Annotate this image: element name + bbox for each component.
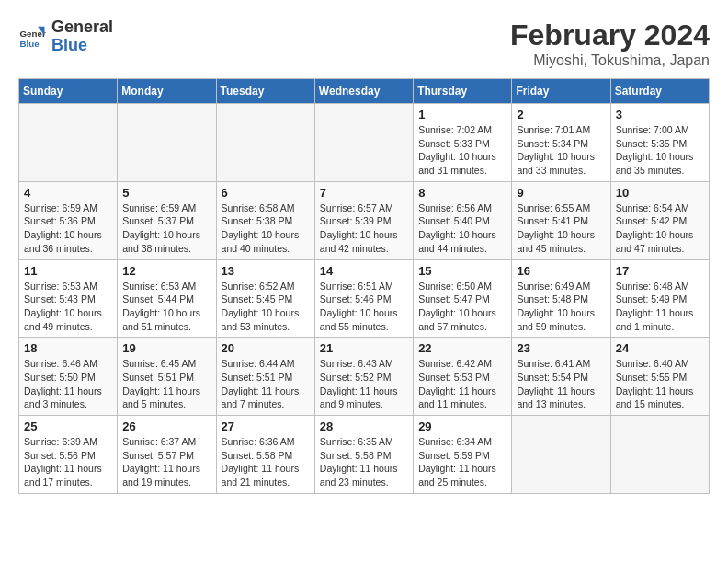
logo-general: General (51, 18, 113, 37)
day-number: 6 (222, 186, 310, 200)
calendar-cell: 29Sunrise: 6:34 AMSunset: 5:59 PMDayligh… (414, 416, 512, 494)
day-number: 27 (222, 419, 310, 433)
day-number: 29 (418, 419, 506, 433)
calendar-cell (118, 104, 216, 182)
calendar-cell (314, 104, 413, 182)
day-info: Sunrise: 6:55 AMSunset: 5:41 PMDaylight:… (517, 201, 605, 256)
calendar-week-4: 25Sunrise: 6:39 AMSunset: 5:56 PMDayligh… (19, 416, 710, 494)
calendar-cell: 2Sunrise: 7:01 AMSunset: 5:34 PMDaylight… (512, 104, 610, 182)
day-info: Sunrise: 6:41 AMSunset: 5:54 PMDaylight:… (517, 357, 605, 411)
day-info: Sunrise: 6:49 AMSunset: 5:48 PMDaylight:… (517, 280, 605, 334)
day-number: 26 (122, 419, 210, 433)
day-number: 5 (122, 186, 210, 200)
calendar-cell: 20Sunrise: 6:44 AMSunset: 5:51 PMDayligh… (216, 338, 314, 416)
day-info: Sunrise: 6:40 AMSunset: 5:55 PMDaylight:… (616, 357, 704, 411)
calendar-cell: 10Sunrise: 6:54 AMSunset: 5:42 PMDayligh… (610, 181, 709, 259)
day-info: Sunrise: 6:54 AMSunset: 5:42 PMDaylight:… (616, 201, 704, 256)
day-info: Sunrise: 6:36 AMSunset: 5:58 PMDaylight:… (222, 435, 310, 489)
calendar-cell: 14Sunrise: 6:51 AMSunset: 5:46 PMDayligh… (314, 259, 413, 338)
calendar-cell: 11Sunrise: 6:53 AMSunset: 5:43 PMDayligh… (19, 259, 118, 338)
calendar-cell (216, 104, 314, 182)
day-info: Sunrise: 6:35 AMSunset: 5:58 PMDaylight:… (320, 435, 408, 489)
calendar-cell: 25Sunrise: 6:39 AMSunset: 5:56 PMDayligh… (19, 416, 118, 494)
day-number: 28 (320, 419, 408, 433)
day-info: Sunrise: 6:46 AMSunset: 5:50 PMDaylight:… (24, 357, 112, 411)
day-number: 21 (320, 341, 408, 355)
day-info: Sunrise: 6:57 AMSunset: 5:39 PMDaylight:… (320, 201, 408, 256)
calendar-cell: 3Sunrise: 7:00 AMSunset: 5:35 PMDaylight… (610, 104, 709, 182)
day-header-friday: Friday (512, 79, 610, 104)
day-info: Sunrise: 7:00 AMSunset: 5:35 PMDaylight:… (616, 123, 704, 178)
day-header-thursday: Thursday (414, 79, 512, 104)
day-number: 17 (616, 264, 704, 278)
day-number: 11 (24, 264, 112, 278)
calendar-cell: 19Sunrise: 6:45 AMSunset: 5:51 PMDayligh… (118, 338, 216, 416)
day-info: Sunrise: 6:50 AMSunset: 5:47 PMDaylight:… (418, 280, 506, 334)
day-info: Sunrise: 6:56 AMSunset: 5:40 PMDaylight:… (418, 201, 506, 256)
day-number: 2 (517, 108, 605, 121)
calendar-cell: 23Sunrise: 6:41 AMSunset: 5:54 PMDayligh… (512, 338, 610, 416)
calendar-cell: 22Sunrise: 6:42 AMSunset: 5:53 PMDayligh… (414, 338, 512, 416)
day-number: 24 (616, 341, 704, 355)
day-info: Sunrise: 6:59 AMSunset: 5:36 PMDaylight:… (24, 201, 112, 256)
day-info: Sunrise: 6:43 AMSunset: 5:52 PMDaylight:… (320, 357, 408, 411)
calendar-table: SundayMondayTuesdayWednesdayThursdayFrid… (18, 78, 710, 494)
title-block: February 2024 Miyoshi, Tokushima, Japan (510, 18, 710, 69)
day-info: Sunrise: 6:59 AMSunset: 5:37 PMDaylight:… (122, 201, 210, 256)
calendar-cell: 4Sunrise: 6:59 AMSunset: 5:36 PMDaylight… (19, 181, 118, 259)
day-number: 23 (517, 341, 605, 355)
calendar-cell: 16Sunrise: 6:49 AMSunset: 5:48 PMDayligh… (512, 259, 610, 338)
day-number: 12 (122, 264, 210, 278)
svg-text:Blue: Blue (20, 38, 40, 48)
day-number: 14 (320, 264, 408, 278)
calendar-cell: 6Sunrise: 6:58 AMSunset: 5:38 PMDaylight… (216, 181, 314, 259)
day-info: Sunrise: 6:42 AMSunset: 5:53 PMDaylight:… (418, 357, 506, 411)
calendar-cell (610, 416, 709, 494)
day-header-monday: Monday (118, 79, 216, 104)
calendar-cell (512, 416, 610, 494)
day-number: 8 (418, 186, 506, 200)
calendar-cell: 27Sunrise: 6:36 AMSunset: 5:58 PMDayligh… (216, 416, 314, 494)
day-info: Sunrise: 6:45 AMSunset: 5:51 PMDaylight:… (122, 357, 210, 411)
logo-icon: General Blue (18, 23, 46, 51)
day-info: Sunrise: 6:48 AMSunset: 5:49 PMDaylight:… (616, 280, 704, 334)
day-number: 13 (222, 264, 310, 278)
calendar-cell: 24Sunrise: 6:40 AMSunset: 5:55 PMDayligh… (610, 338, 709, 416)
day-number: 16 (517, 264, 605, 278)
calendar-body: 1Sunrise: 7:02 AMSunset: 5:33 PMDaylight… (19, 104, 710, 494)
calendar-cell: 12Sunrise: 6:53 AMSunset: 5:44 PMDayligh… (118, 259, 216, 338)
day-info: Sunrise: 7:02 AMSunset: 5:33 PMDaylight:… (418, 123, 506, 178)
logo: General Blue General Blue (18, 18, 113, 55)
day-number: 19 (122, 341, 210, 355)
day-number: 4 (24, 186, 112, 200)
day-header-sunday: Sunday (19, 79, 118, 104)
day-header-tuesday: Tuesday (216, 79, 314, 104)
day-header-wednesday: Wednesday (314, 79, 413, 104)
day-info: Sunrise: 6:53 AMSunset: 5:43 PMDaylight:… (24, 280, 112, 334)
day-info: Sunrise: 6:53 AMSunset: 5:44 PMDaylight:… (122, 280, 210, 334)
calendar-cell (19, 104, 118, 182)
day-info: Sunrise: 6:39 AMSunset: 5:56 PMDaylight:… (24, 435, 112, 489)
calendar-cell: 8Sunrise: 6:56 AMSunset: 5:40 PMDaylight… (414, 181, 512, 259)
day-info: Sunrise: 6:34 AMSunset: 5:59 PMDaylight:… (418, 435, 506, 489)
calendar-cell: 1Sunrise: 7:02 AMSunset: 5:33 PMDaylight… (414, 104, 512, 182)
day-info: Sunrise: 6:44 AMSunset: 5:51 PMDaylight:… (222, 357, 310, 411)
calendar-cell: 13Sunrise: 6:52 AMSunset: 5:45 PMDayligh… (216, 259, 314, 338)
page-header: General Blue General Blue February 2024 … (18, 18, 710, 69)
calendar-cell: 15Sunrise: 6:50 AMSunset: 5:47 PMDayligh… (414, 259, 512, 338)
day-number: 10 (616, 186, 704, 200)
calendar-cell: 17Sunrise: 6:48 AMSunset: 5:49 PMDayligh… (610, 259, 709, 338)
day-number: 20 (222, 341, 310, 355)
day-number: 9 (517, 186, 605, 200)
day-info: Sunrise: 7:01 AMSunset: 5:34 PMDaylight:… (517, 123, 605, 178)
calendar-cell: 5Sunrise: 6:59 AMSunset: 5:37 PMDaylight… (118, 181, 216, 259)
calendar-cell: 7Sunrise: 6:57 AMSunset: 5:39 PMDaylight… (314, 181, 413, 259)
location: Miyoshi, Tokushima, Japan (510, 52, 710, 69)
day-number: 22 (418, 341, 506, 355)
calendar-cell: 26Sunrise: 6:37 AMSunset: 5:57 PMDayligh… (118, 416, 216, 494)
month-title: February 2024 (510, 18, 710, 52)
day-number: 7 (320, 186, 408, 200)
calendar-cell: 28Sunrise: 6:35 AMSunset: 5:58 PMDayligh… (314, 416, 413, 494)
day-number: 18 (24, 341, 112, 355)
calendar-week-1: 4Sunrise: 6:59 AMSunset: 5:36 PMDaylight… (19, 181, 710, 259)
